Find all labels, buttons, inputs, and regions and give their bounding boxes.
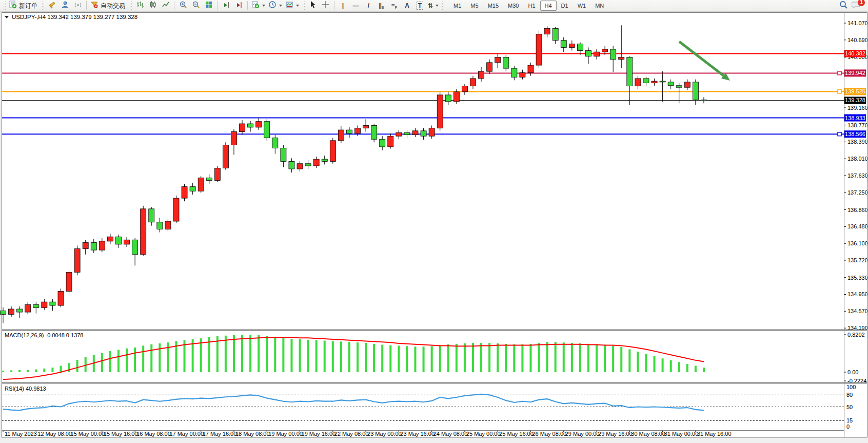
fibonacci-icon: ≡ — [391, 2, 395, 9]
macd-histogram-bar — [678, 362, 680, 372]
cursor-button[interactable] — [306, 1, 319, 11]
price-axis-label: 138.770 — [847, 122, 868, 128]
notifications-button[interactable]: 1 — [850, 1, 862, 11]
candle-body — [479, 71, 484, 79]
macd-histogram-bar — [159, 343, 161, 372]
macd-histogram-bar — [480, 343, 482, 372]
candle-body — [445, 95, 451, 102]
fibonacci-tool-button[interactable]: ≡ F — [388, 1, 401, 11]
candle-body — [313, 159, 319, 166]
macd-histogram-bar — [282, 338, 284, 372]
crosshair-button[interactable] — [319, 1, 332, 11]
macd-histogram-bar — [703, 368, 705, 372]
timeframe-button-H1[interactable]: H1 — [523, 1, 540, 11]
bar-chart-button[interactable] — [133, 1, 146, 11]
toolbar-drag-handle[interactable] — [3, 1, 6, 10]
candle-body — [610, 49, 616, 60]
time-axis-label: 19 May 16:00 — [302, 431, 336, 437]
tile-windows-button[interactable] — [202, 1, 215, 11]
macd-histogram-bar — [456, 344, 458, 372]
chart-window[interactable]: 141.070140.690140.300139.160138.770138.3… — [0, 0, 868, 443]
macd-histogram-bar — [324, 341, 326, 372]
line-handle-marker[interactable] — [838, 132, 841, 136]
new-order-button[interactable]: 新订单 — [7, 1, 40, 11]
timeframe-button-D1[interactable]: D1 — [557, 1, 573, 11]
macd-histogram-bar — [60, 366, 62, 372]
macd-histogram-bar — [579, 343, 581, 372]
candle-body — [223, 145, 228, 168]
price-axis-label: 139.160 — [847, 105, 868, 111]
arrows-tool-button[interactable]: ⇅ — [426, 1, 440, 11]
signal-button[interactable] — [71, 1, 84, 11]
macd-histogram-bar — [150, 344, 152, 372]
toolbar-drag-handle[interactable] — [442, 1, 444, 10]
time-axis-label: 16 May 08:00 — [136, 431, 171, 437]
line-handle-marker[interactable] — [838, 71, 841, 75]
template-button[interactable] — [284, 1, 301, 11]
candle-body — [701, 100, 706, 100]
macd-histogram-bar — [117, 350, 120, 372]
time-axis-label: 17 May 16:00 — [203, 431, 237, 437]
price-badge-label: 139.525 — [845, 88, 865, 94]
zoom-out-button[interactable] — [189, 1, 202, 11]
period-button[interactable] — [267, 1, 284, 11]
timeframe-button-MN[interactable]: MN — [590, 1, 608, 11]
candle-body — [289, 161, 294, 169]
chart-background — [2, 13, 867, 437]
price-badge-label: 140.382 — [845, 50, 865, 56]
macd-histogram-bar — [51, 368, 53, 372]
candle-body — [107, 237, 113, 241]
text-label-icon: T — [417, 2, 423, 10]
candle-body — [412, 131, 418, 135]
profile-button[interactable] — [58, 1, 71, 11]
macd-histogram-bar — [258, 335, 260, 372]
auto-trading-button[interactable]: 自动交易 — [89, 1, 128, 11]
timeframe-button-M1[interactable]: M1 — [449, 1, 466, 11]
macd-histogram-bar — [604, 345, 606, 372]
vertical-line-tool-button[interactable]: | — [337, 1, 349, 11]
candle-body — [676, 86, 682, 87]
line-chart-button[interactable] — [159, 1, 172, 11]
macd-histogram-bar — [348, 342, 350, 372]
macd-histogram-bar — [620, 347, 622, 372]
timeframe-button-W1[interactable]: W1 — [573, 1, 591, 11]
search-button[interactable] — [837, 1, 850, 11]
line-handle-marker[interactable] — [838, 90, 841, 93]
timeframe-button-M15[interactable]: M15 — [483, 1, 503, 11]
candle-body — [668, 82, 674, 86]
toolbar-drag-handle[interactable] — [302, 1, 305, 10]
horizontal-line-tool-button[interactable]: — — [349, 1, 362, 11]
candle-body — [404, 132, 410, 134]
person-chart-icon — [61, 1, 69, 11]
macd-histogram-bar — [126, 349, 128, 372]
timeframe-button-M30[interactable]: M30 — [503, 1, 523, 11]
macd-histogram-bar — [431, 346, 433, 372]
timeframe-button-H4[interactable]: H4 — [540, 1, 557, 11]
text-tool-button[interactable]: A — [401, 1, 413, 11]
candlestick-chart-button[interactable] — [146, 1, 159, 11]
styles-button[interactable] — [46, 1, 58, 11]
chart-shift-button[interactable] — [232, 1, 245, 11]
equidistant-channel-tool-button[interactable]: ∥ E — [375, 1, 388, 11]
clock-icon — [268, 1, 277, 11]
new-chart-button[interactable] — [250, 1, 267, 11]
macd-histogram-bar — [27, 370, 29, 372]
zoom-in-button[interactable] — [176, 1, 189, 11]
text-label-tool-button[interactable]: T — [413, 1, 426, 11]
toolbar-drag-handle[interactable] — [42, 1, 44, 10]
candle-body — [115, 237, 121, 244]
macd-histogram-bar — [587, 344, 589, 372]
toolbar-drag-handle[interactable] — [129, 1, 132, 10]
candle-body — [264, 122, 270, 138]
timeframe-button-M5[interactable]: M5 — [466, 1, 483, 11]
candle-body — [421, 131, 426, 136]
rsi-axis-label: 0 — [846, 423, 850, 430]
trendline-tool-button[interactable]: / — [362, 1, 375, 11]
macd-histogram-bar — [546, 342, 548, 372]
price-axis-label: 138.010 — [847, 156, 868, 162]
price-axis-label: 135.720 — [847, 257, 868, 263]
megaphone-icon — [48, 1, 56, 11]
macd-histogram-bar — [423, 346, 425, 372]
auto-scroll-button[interactable] — [220, 1, 232, 11]
candle-body — [577, 44, 583, 51]
